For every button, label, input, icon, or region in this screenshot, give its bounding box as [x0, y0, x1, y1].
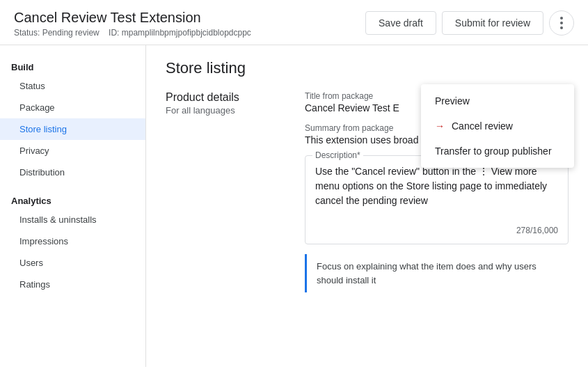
- sidebar-item-status[interactable]: Status: [0, 75, 145, 97]
- build-section-label: Build: [0, 56, 145, 75]
- description-text[interactable]: Use the "Cancel review" button in the ⋮ …: [315, 164, 558, 220]
- sidebar-item-distribution[interactable]: Distribution: [0, 162, 145, 183]
- description-box: Description* Use the "Cancel review" but…: [305, 155, 569, 244]
- id-text: ID: mpamplilnbpmjpofipbjcidblopdcppc: [109, 28, 251, 38]
- sidebar-item-package[interactable]: Package: [0, 97, 145, 118]
- analytics-section-label: Analytics: [0, 190, 145, 209]
- more-options-button[interactable]: [549, 10, 574, 36]
- sidebar-item-ratings[interactable]: Ratings: [0, 274, 145, 295]
- arrow-right-icon: →: [435, 120, 445, 132]
- focus-block: Focus on explaining what the item does a…: [305, 254, 569, 292]
- preview-label: Preview: [435, 95, 470, 107]
- transfer-label: Transfer to group publisher: [435, 146, 552, 157]
- content-area: Store listing Product details For all la…: [146, 45, 588, 367]
- header: Cancel Review Test Extension Status: Pen…: [0, 0, 588, 45]
- dot: [560, 22, 563, 24]
- focus-text: Focus on explaining what the item does a…: [317, 261, 537, 285]
- cancel-review-label: Cancel review: [452, 120, 513, 132]
- three-dots-icon: [560, 17, 563, 29]
- dot: [560, 17, 563, 19]
- header-subtitle: Status: Pending review ID: mpamplilnbpmj…: [14, 28, 251, 38]
- product-details-section: Product details For all languages: [166, 91, 277, 292]
- submit-review-button[interactable]: Submit for review: [442, 11, 543, 35]
- dropdown-item-cancel-review[interactable]: → Cancel review: [421, 113, 574, 139]
- sidebar-item-users[interactable]: Users: [0, 252, 145, 274]
- dot: [560, 26, 563, 29]
- sidebar: Build Status Package Store listing Priva…: [0, 45, 146, 367]
- save-draft-button[interactable]: Save draft: [365, 11, 436, 35]
- sidebar-item-privacy[interactable]: Privacy: [0, 140, 145, 162]
- description-label: Description*: [312, 150, 363, 160]
- header-actions: Save draft Submit for review: [365, 10, 574, 36]
- header-left: Cancel Review Test Extension Status: Pen…: [14, 8, 251, 38]
- status-text: Status: Pending review: [14, 28, 100, 38]
- sidebar-item-installs-uninstalls[interactable]: Installs & uninstalls: [0, 209, 145, 230]
- main-layout: Build Status Package Store listing Priva…: [0, 45, 588, 367]
- dropdown-item-preview[interactable]: Preview: [421, 88, 574, 113]
- description-count: 278/16,000: [315, 226, 558, 235]
- dropdown-item-transfer[interactable]: Transfer to group publisher: [421, 139, 574, 164]
- content-title: Store listing: [166, 59, 569, 77]
- page-title: Cancel Review Test Extension: [14, 8, 251, 26]
- sidebar-item-store-listing[interactable]: Store listing: [0, 118, 145, 140]
- dropdown-menu: Preview → Cancel review Transfer to grou…: [421, 84, 574, 168]
- product-details-sublabel: For all languages: [166, 105, 277, 116]
- product-details-label: Product details: [166, 91, 277, 104]
- sidebar-item-impressions[interactable]: Impressions: [0, 230, 145, 252]
